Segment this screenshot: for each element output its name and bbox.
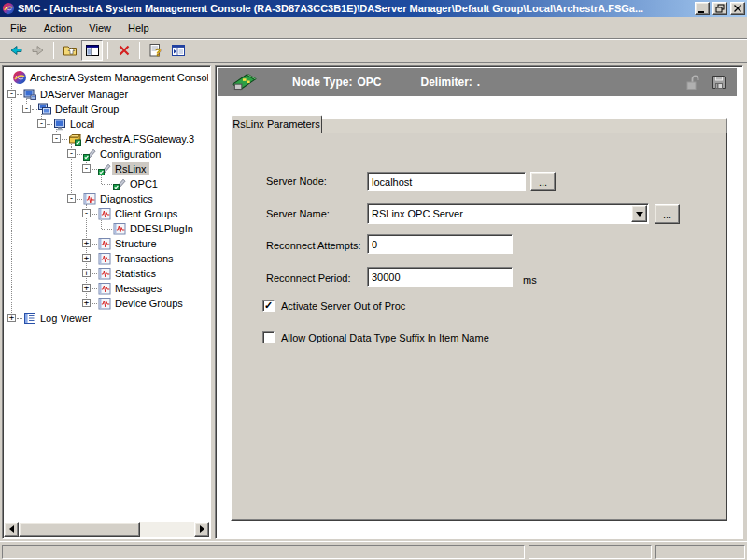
reconnect-attempts-input[interactable] — [367, 234, 513, 254]
expand-toggle-icon[interactable]: - — [67, 194, 76, 203]
tree-item-label[interactable]: ArchestrA System Management Console ( — [27, 71, 208, 84]
server-name-combobox[interactable]: RSLinx OPC Server — [367, 203, 649, 224]
expand-toggle-icon[interactable]: + — [82, 239, 91, 247]
config-pencil-icon — [83, 147, 96, 161]
scrollbar-thumb[interactable] — [19, 522, 140, 537]
tree-item-label[interactable]: Configuration — [97, 147, 163, 161]
tree-connector — [92, 214, 97, 215]
tree-item-log-viewer[interactable]: + Log Viewer — [5, 311, 208, 326]
server-node-browse-button[interactable]: ... — [530, 172, 556, 191]
tree-connector — [77, 199, 82, 200]
status-segment — [529, 545, 652, 559]
scroll-right-icon[interactable] — [194, 522, 209, 537]
tree-connector — [92, 303, 97, 304]
up-one-level-icon[interactable] — [59, 40, 80, 61]
menu-file[interactable]: File — [2, 19, 35, 37]
toolbar — [0, 39, 747, 63]
server-name-label: Server Name: — [266, 208, 330, 219]
tree-item-label[interactable]: Transactions — [112, 252, 176, 265]
tree-item-configuration[interactable]: - Configuration — [5, 147, 208, 161]
config-pencil-icon — [113, 177, 126, 190]
tree-item-transactions[interactable]: + Transactions — [5, 251, 208, 266]
expand-toggle-icon[interactable]: + — [82, 269, 91, 277]
scroll-left-icon[interactable] — [4, 522, 19, 537]
tree-connector — [92, 273, 97, 274]
tree-item-label[interactable]: Structure — [112, 237, 160, 250]
tree-item-rslinx[interactable]: - RsLinx — [5, 161, 208, 176]
expand-toggle-icon[interactable]: + — [82, 284, 91, 292]
expand-toggle-icon[interactable]: - — [67, 149, 76, 158]
save-icon[interactable] — [711, 74, 727, 91]
expand-toggle-icon[interactable]: - — [37, 119, 46, 128]
tree-connector — [47, 124, 52, 125]
tree-item-label[interactable]: Statistics — [112, 267, 159, 280]
menu-view[interactable]: View — [80, 19, 120, 37]
tree-item-statistics[interactable]: + Statistics — [5, 266, 208, 281]
tree-item-local[interactable]: - Local — [5, 117, 208, 132]
server-node-input[interactable] — [367, 172, 526, 191]
tree-item-label[interactable]: Log Viewer — [37, 312, 94, 325]
tree-item-label[interactable]: OPC1 — [127, 177, 161, 190]
tree-item-default-group[interactable]: - Default Group — [5, 102, 208, 117]
expand-toggle-icon[interactable]: - — [52, 134, 61, 143]
tree-item-label[interactable]: Default Group — [52, 103, 121, 116]
allow-suffix-label[interactable]: Allow Optional Data Type Suffix In Item … — [281, 332, 489, 343]
horizontal-scrollbar[interactable] — [4, 522, 209, 537]
diagnostics-icon — [98, 282, 111, 295]
close-button[interactable] — [730, 2, 745, 15]
tree-item-fsgateway[interactable]: - ArchestrA.FSGateway.3 — [5, 132, 208, 147]
reconnect-attempts-label: Reconnect Attempts: — [266, 240, 361, 251]
diagnostics-icon — [98, 237, 111, 250]
tree-item-structure[interactable]: + Structure — [5, 236, 208, 251]
restore-button[interactable] — [712, 2, 727, 15]
chevron-down-icon[interactable] — [631, 205, 647, 222]
tree-item-daserver-manager[interactable]: - DAServer Manager — [5, 87, 208, 102]
activate-server-label[interactable]: Activate Server Out of Proc — [281, 301, 405, 312]
tree-item-opc1[interactable]: OPC1 — [5, 176, 208, 191]
tree-item-label[interactable]: ArchestrA.FSGateway.3 — [82, 133, 197, 146]
tree-item-label[interactable]: Device Groups — [112, 297, 186, 310]
tree-item-label[interactable]: Messages — [112, 282, 164, 295]
expand-toggle-icon[interactable]: + — [82, 299, 91, 307]
expand-toggle-icon[interactable]: - — [82, 164, 91, 173]
tree-item-console-root[interactable]: ArchestrA System Management Console ( — [5, 70, 208, 85]
expand-toggle-icon[interactable]: - — [22, 105, 31, 113]
server-name-browse-button[interactable]: ... — [655, 204, 680, 224]
detail-header-bar: Node Type: OPC Delimiter: . — [218, 68, 737, 96]
reconnect-period-input[interactable] — [367, 267, 513, 287]
minimize-button[interactable] — [695, 2, 710, 15]
tree-item-label[interactable]: RsLinx — [112, 162, 149, 175]
back-icon[interactable] — [5, 40, 26, 61]
tree-item-label[interactable]: DAServer Manager — [37, 88, 131, 101]
lock-open-icon[interactable] — [684, 74, 701, 91]
delete-icon[interactable] — [113, 40, 134, 61]
title-bar: SMC - [ArchestrA System Management Conso… — [0, 0, 747, 17]
forward-icon[interactable] — [27, 40, 49, 61]
expand-toggle-icon[interactable]: + — [82, 254, 91, 262]
tree-item-diagnostics[interactable]: - Diagnostics — [5, 191, 208, 206]
show-console-tree-icon[interactable] — [81, 40, 103, 61]
tree-item-ddeslplugin[interactable]: DDESLPlugIn — [5, 221, 208, 236]
menu-help[interactable]: Help — [120, 19, 158, 37]
tree-item-device-groups[interactable]: + Device Groups — [5, 296, 208, 311]
server-name-value: RSLinx OPC Server — [372, 208, 463, 219]
tree-item-client-groups[interactable]: - Client Groups — [5, 206, 208, 221]
menu-action[interactable]: Action — [35, 19, 81, 37]
tree-item-label[interactable]: Client Groups — [112, 207, 180, 220]
properties-help-icon[interactable] — [145, 40, 166, 61]
tree-item-label[interactable]: Local — [67, 118, 97, 131]
tab-rslinx-parameters[interactable]: RsLinx Parameters — [231, 115, 322, 133]
computer-group-icon — [38, 103, 51, 116]
expand-toggle-icon[interactable]: - — [7, 90, 16, 98]
allow-suffix-checkbox[interactable] — [262, 331, 275, 343]
export-list-icon[interactable] — [167, 40, 189, 61]
activate-server-checkbox[interactable]: ✓ — [262, 300, 275, 312]
smc-window: SMC - [ArchestrA System Management Conso… — [0, 0, 747, 560]
tree-item-messages[interactable]: + Messages — [5, 281, 208, 296]
tree-item-label[interactable]: DDESLPlugIn — [127, 222, 196, 235]
expand-toggle-icon[interactable]: + — [7, 314, 16, 322]
tree-item-label[interactable]: Diagnostics — [97, 192, 156, 205]
toolbar-separator — [139, 42, 140, 59]
expand-toggle-icon[interactable]: - — [82, 209, 91, 217]
tab-label: RsLinx Parameters — [233, 119, 320, 130]
